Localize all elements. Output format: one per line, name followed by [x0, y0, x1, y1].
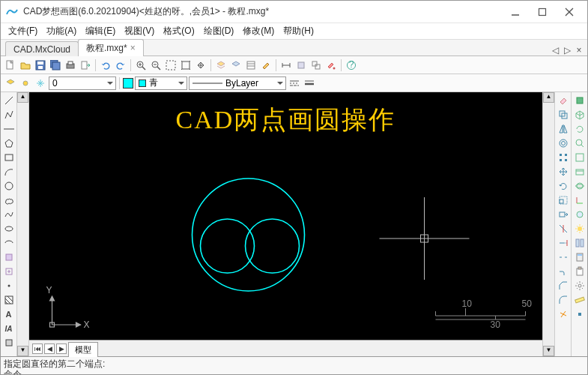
dimension-icon[interactable]: [279, 58, 293, 72]
drawing-canvas[interactable]: CAD两点画圆操作: [29, 92, 542, 340]
explode-icon[interactable]: [557, 308, 570, 321]
command-area[interactable]: 指定圆直径的第二个端点: 命令: [1, 356, 587, 375]
match-props-icon[interactable]: [259, 58, 273, 72]
menu-edit[interactable]: 编辑(E): [81, 23, 120, 39]
calculator-icon[interactable]: [573, 250, 587, 264]
properties-icon[interactable]: [244, 58, 258, 72]
lineweight-icon[interactable]: [303, 76, 316, 90]
redo-icon[interactable]: [114, 58, 127, 72]
rotate-icon[interactable]: [557, 179, 570, 193]
menu-function[interactable]: 功能(A): [42, 23, 81, 39]
tab-prev-icon[interactable]: ◁: [550, 45, 560, 56]
visual-style-icon[interactable]: [573, 208, 587, 221]
model-tab[interactable]: 模型: [68, 342, 98, 357]
array-icon[interactable]: [557, 151, 570, 164]
mtext-icon[interactable]: IA: [2, 322, 16, 335]
trim-icon[interactable]: [557, 222, 570, 236]
zoom-all-icon[interactable]: [573, 151, 587, 164]
layer-prev-icon[interactable]: [229, 58, 243, 72]
line-icon[interactable]: [2, 94, 16, 107]
tab-close-icon[interactable]: ×: [130, 43, 136, 53]
view-iso-icon[interactable]: [573, 108, 587, 122]
orbit-icon[interactable]: [573, 179, 587, 193]
vscroll-left[interactable]: ▲ ▼: [17, 92, 29, 356]
insert-block-icon[interactable]: [2, 250, 16, 264]
layer-icon[interactable]: [214, 58, 228, 72]
text-icon[interactable]: A: [2, 308, 16, 321]
export-icon[interactable]: [79, 58, 92, 72]
zoom-in-icon[interactable]: [134, 58, 148, 72]
layer-freeze-icon[interactable]: [34, 76, 47, 90]
color-swatch[interactable]: [123, 78, 133, 88]
fillet-icon[interactable]: [557, 293, 570, 307]
extend-icon[interactable]: [557, 236, 570, 250]
mirror-icon[interactable]: [557, 122, 570, 136]
tab-cloud[interactable]: CAD.MxCloud: [5, 41, 79, 56]
tool-palette-icon[interactable]: [573, 236, 587, 250]
menu-format[interactable]: 格式(O): [159, 23, 198, 39]
linetype-select[interactable]: ByLayer: [189, 76, 286, 90]
new-icon[interactable]: [4, 58, 17, 72]
zoom-extents-icon[interactable]: [179, 58, 193, 72]
move-icon[interactable]: [557, 165, 570, 178]
scale-icon[interactable]: [557, 194, 570, 207]
copy-icon[interactable]: [557, 108, 570, 122]
break-icon[interactable]: [557, 250, 570, 264]
regen-icon[interactable]: [573, 122, 587, 136]
layer-state-icon[interactable]: [19, 76, 32, 90]
layer-manager-icon[interactable]: [4, 76, 17, 90]
layer-select[interactable]: 0: [49, 76, 116, 90]
spline-icon[interactable]: [2, 208, 16, 221]
xref-icon[interactable]: [309, 58, 323, 72]
model-tab-next-icon[interactable]: ▶: [56, 344, 67, 354]
saveas-icon[interactable]: [49, 58, 62, 72]
erase-icon[interactable]: [557, 94, 570, 107]
zoom-out-icon[interactable]: [149, 58, 163, 72]
join-icon[interactable]: [557, 265, 570, 278]
help-icon[interactable]: ?: [345, 58, 358, 72]
menu-file[interactable]: 文件(F): [4, 23, 42, 39]
view-top-icon[interactable]: [573, 94, 587, 107]
hatch-icon[interactable]: [2, 293, 16, 307]
zoom-realtime-icon[interactable]: [573, 136, 587, 150]
make-block-icon[interactable]: [2, 265, 16, 278]
model-tab-prev-icon[interactable]: ◀: [44, 344, 55, 354]
clipboard-icon[interactable]: [573, 265, 587, 278]
minimize-button[interactable]: [502, 2, 529, 22]
close-button[interactable]: [556, 2, 583, 22]
tab-tutorial[interactable]: 教程.mxg*×: [78, 39, 144, 56]
polygon-icon[interactable]: [2, 136, 16, 150]
chamfer-icon[interactable]: [557, 279, 570, 292]
menu-view[interactable]: 视图(V): [120, 23, 159, 39]
tab-next-icon[interactable]: ▷: [562, 45, 572, 56]
settings-icon[interactable]: [573, 279, 587, 292]
save-icon[interactable]: [34, 58, 47, 72]
ellipse-icon[interactable]: [2, 222, 16, 236]
polyline-icon[interactable]: [2, 108, 16, 122]
open-icon[interactable]: [19, 58, 32, 72]
model-tab-first-icon[interactable]: ⏮: [32, 344, 43, 354]
block-icon[interactable]: [294, 58, 308, 72]
xline-icon[interactable]: [2, 122, 16, 136]
grip-icon[interactable]: [573, 308, 587, 321]
region-icon[interactable]: [2, 336, 16, 350]
linetype-manager-icon[interactable]: [288, 76, 301, 90]
circle-icon[interactable]: [2, 179, 16, 193]
vscroll-right[interactable]: ▲ ▼: [542, 92, 554, 356]
revcloud-icon[interactable]: [2, 194, 16, 207]
stretch-icon[interactable]: [557, 208, 570, 221]
zoom-window-icon[interactable]: [164, 58, 178, 72]
ucs-icon[interactable]: [573, 194, 587, 207]
menu-modify[interactable]: 修改(M): [238, 23, 279, 39]
measure-icon[interactable]: [573, 293, 587, 307]
render-icon[interactable]: [573, 222, 587, 236]
rectangle-icon[interactable]: [2, 151, 16, 164]
paint-icon[interactable]: [324, 58, 338, 72]
pan-icon[interactable]: [194, 58, 207, 72]
menu-draw[interactable]: 绘图(D): [199, 23, 239, 39]
point-icon[interactable]: [2, 279, 16, 292]
ellipse-arc-icon[interactable]: [2, 236, 16, 250]
named-view-icon[interactable]: [573, 165, 587, 178]
color-select[interactable]: 青: [135, 76, 187, 90]
tab-close-current-icon[interactable]: ×: [574, 45, 584, 56]
